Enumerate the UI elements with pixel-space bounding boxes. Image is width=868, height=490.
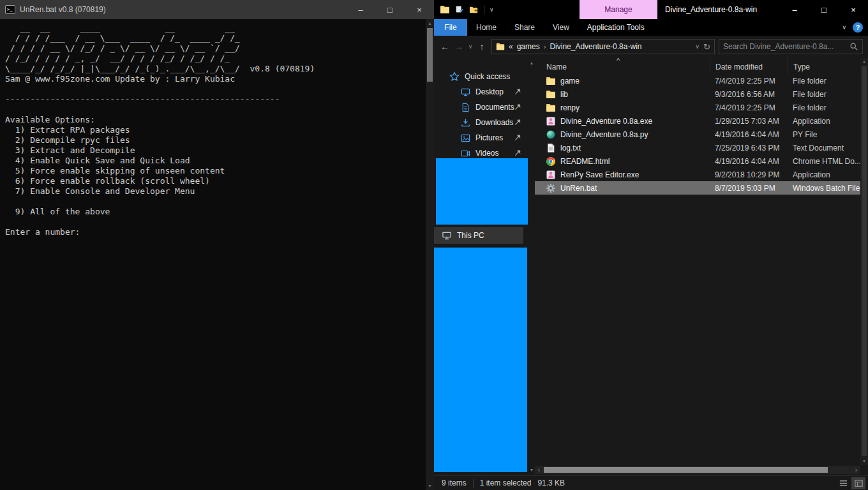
file-list-vertical-scrollbar[interactable]: ▲ ▼ (860, 57, 868, 465)
tab-file[interactable]: File (434, 19, 467, 36)
sidebar-item-pictures[interactable]: Pictures (434, 130, 528, 145)
column-header-date-modified[interactable]: Date modified (710, 57, 788, 74)
scroll-down-icon[interactable]: ▼ (862, 457, 867, 465)
search-icon[interactable] (849, 42, 858, 51)
file-list: ^ Name Date modified Type game 7/4/2019 … (535, 57, 868, 475)
file-name-cell: README.html (535, 156, 710, 167)
refresh-icon[interactable]: ↻ (703, 42, 710, 52)
file-date: 4/19/2016 4:04 AM (710, 130, 788, 139)
status-separator (473, 479, 474, 487)
render-glitch-rect (436, 158, 528, 225)
minimize-button[interactable]: – (346, 0, 375, 19)
sidebar-item-this-pc[interactable]: This PC (434, 227, 523, 244)
breadcrumb-games[interactable]: games (517, 42, 540, 51)
scroll-up-icon[interactable]: ▲ (862, 57, 867, 66)
file-row[interactable]: Divine_Adventure 0.8a.py 4/19/2016 4:04 … (535, 128, 860, 141)
application-icon (546, 170, 556, 180)
pin-icon (514, 118, 522, 126)
ribbon-tab-bar: File Home Share View Application Tools ∨… (434, 19, 868, 36)
pin-icon (514, 87, 522, 96)
sidebar-item-documents[interactable]: Documents (434, 100, 528, 115)
sidebar-item-label: Documents (475, 103, 514, 112)
search-box[interactable] (719, 39, 863, 54)
file-row[interactable]: Divine_Adventure 0.8a.exe 1/29/2015 7:03… (535, 114, 860, 128)
column-header-type[interactable]: Type (788, 57, 860, 74)
pin-icon (514, 103, 522, 111)
details-view-button[interactable] (836, 477, 850, 489)
folder-icon (546, 103, 556, 113)
tab-view[interactable]: View (544, 19, 578, 36)
tab-home[interactable]: Home (467, 19, 505, 36)
folder-icon (546, 76, 556, 86)
properties-icon[interactable] (455, 5, 464, 14)
file-list-horizontal-scrollbar[interactable]: ‹ › (535, 466, 860, 474)
recent-locations-chevron-icon[interactable]: ∨ (466, 43, 475, 50)
close-button[interactable]: × (405, 0, 434, 19)
maximize-button[interactable]: □ (809, 0, 839, 19)
column-header-name[interactable]: Name (535, 57, 710, 74)
video-icon (461, 149, 470, 158)
sidebar-item-downloads[interactable]: Downloads (434, 115, 528, 130)
search-input[interactable] (723, 42, 849, 51)
document-icon (461, 103, 470, 112)
tab-share[interactable]: Share (505, 19, 544, 36)
file-type: File folder (788, 103, 860, 112)
manage-contextual-tab[interactable]: Manage (580, 0, 657, 19)
breadcrumb-overflow-icon[interactable]: « (509, 42, 513, 51)
sidebar-item-label: This PC (457, 231, 484, 240)
cmd-console[interactable]: __ __ ____ __ __ / / / /___ / __ \___ __… (0, 19, 434, 490)
sidebar-item-desktop[interactable]: Desktop (434, 84, 528, 100)
forward-button[interactable]: → (452, 41, 466, 52)
navigation-pane-scrollbar[interactable]: ▲ ▼ (528, 57, 535, 475)
file-name: UnRen.bat (560, 184, 597, 193)
address-bar[interactable]: « games › Divine_Adventure-0.8a-win ∨ ↻ (491, 39, 715, 54)
explorer-titlebar[interactable]: ∨ Manage Divine_Adventure-0.8a-win – □ × (434, 0, 868, 19)
quick-access-toolbar: ∨ (434, 4, 494, 15)
maximize-button[interactable]: □ (375, 0, 405, 19)
address-dropdown-chevron-icon[interactable]: ∨ (696, 43, 700, 50)
file-row[interactable]: README.html 4/19/2016 4:04 AM Chrome HTM… (535, 154, 860, 168)
scrollbar-thumb[interactable] (544, 467, 828, 473)
scroll-right-icon[interactable]: › (852, 466, 860, 474)
back-button[interactable]: ← (438, 41, 452, 52)
sort-ascending-icon: ^ (617, 57, 620, 64)
file-row[interactable]: game 7/4/2019 2:25 PM File folder (535, 74, 860, 87)
minimize-button[interactable]: – (780, 0, 809, 19)
help-icon[interactable]: ? (853, 22, 863, 33)
thumbnail-view-button[interactable] (851, 477, 865, 489)
file-row[interactable]: log.txt 7/25/2019 6:43 PM Text Document (535, 141, 860, 154)
scroll-left-icon[interactable]: ‹ (535, 466, 543, 474)
file-name-cell: UnRen.bat (535, 183, 710, 193)
file-row[interactable]: RenPy Save Editor.exe 9/2/2018 10:29 PM … (535, 168, 860, 181)
file-date: 9/3/2016 6:56 AM (710, 90, 788, 99)
cmd-window-controls: – □ × (346, 0, 434, 19)
scrollbar-thumb[interactable] (862, 66, 867, 456)
sidebar-item-quick-access[interactable]: Quick access (434, 69, 528, 84)
file-type: File folder (788, 90, 860, 99)
file-row[interactable]: renpy 7/4/2019 2:25 PM File folder (535, 101, 860, 114)
cmd-window-title: UnRen.bat v0.8 (070819) (20, 5, 346, 14)
chevron-down-icon[interactable]: ∨ (490, 6, 494, 13)
folder-icon[interactable] (440, 4, 450, 15)
tab-application-tools[interactable]: Application Tools (578, 19, 654, 36)
breadcrumb-current-folder[interactable]: Divine_Adventure-0.8a-win (550, 42, 641, 51)
file-row[interactable]: lib 9/3/2016 6:56 AM File folder (535, 87, 860, 101)
ribbon-expand-chevron-icon[interactable]: ∨ (842, 24, 846, 31)
file-type: PY File (788, 130, 860, 139)
computer-icon (442, 230, 452, 241)
scroll-up-icon[interactable]: ▲ (530, 59, 534, 67)
scrollbar-thumb[interactable] (427, 28, 433, 82)
file-row-selected[interactable]: UnRen.bat 8/7/2019 5:03 PM Windows Batch… (535, 181, 860, 195)
scroll-down-icon[interactable]: ▼ (530, 466, 534, 474)
scroll-down-icon[interactable]: ▼ (428, 482, 432, 490)
scroll-up-icon[interactable]: ▲ (428, 19, 432, 27)
close-button[interactable]: × (839, 0, 868, 19)
up-button[interactable]: ↑ (475, 41, 489, 52)
monitor-icon (461, 87, 470, 97)
new-folder-icon[interactable] (469, 5, 479, 15)
explorer-main: Quick access Desktop Documents Downloads (434, 57, 868, 475)
cmd-scrollbar[interactable]: ▲ ▼ (426, 19, 434, 490)
cmd-titlebar[interactable]: >_ UnRen.bat v0.8 (070819) – □ × (0, 0, 434, 19)
file-date: 7/4/2019 2:25 PM (710, 103, 788, 112)
file-rows: game 7/4/2019 2:25 PM File folder lib 9/… (535, 74, 860, 475)
